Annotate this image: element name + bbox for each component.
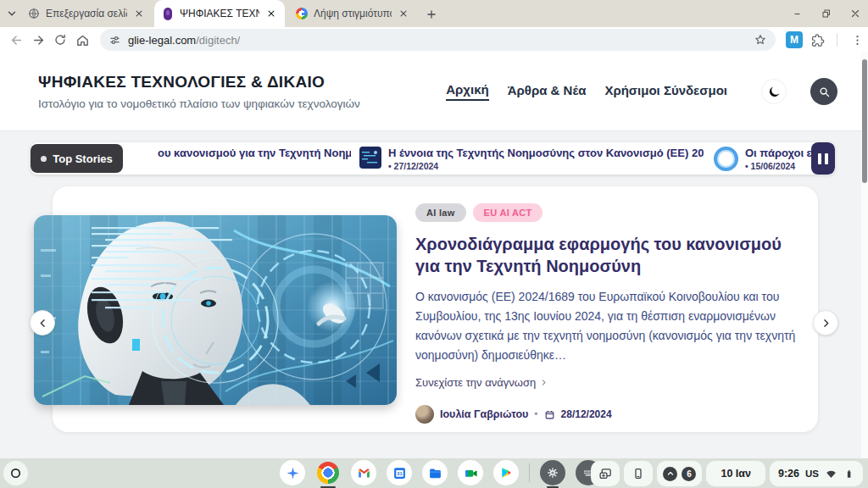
read-more-link[interactable]: Συνεχίστε την ανάγνωση — [415, 376, 810, 389]
calendar-icon — [544, 409, 555, 420]
kebab-menu-icon — [851, 34, 864, 47]
ticker-item-date: 27/12/2024 — [388, 161, 704, 171]
top-stories-label: Top Stories — [53, 152, 113, 165]
app-chrome[interactable] — [315, 460, 341, 485]
ticker-pause-button[interactable] — [811, 142, 835, 175]
author-avatar[interactable] — [415, 405, 434, 424]
chromeos-screen: Επεξεργασία σελίδας “Δείτε Ε ΨΗΦΙΑΚΕΣ ΤΕ… — [0, 0, 868, 488]
back-icon — [9, 33, 24, 47]
assistant-sparkle-icon — [286, 466, 300, 480]
calendar-app-icon: 31 — [392, 466, 407, 480]
browser-tab-strip: Επεξεργασία σελίδας “Δείτε Ε ΨΗΦΙΑΚΕΣ ΤΕ… — [0, 0, 868, 27]
forward-button[interactable] — [27, 29, 49, 51]
ticker-item[interactable]: Η έννοια της Τεχνητής Νοημοσύνης στον Κα… — [359, 147, 704, 171]
chromeos-shelf: 31 — [0, 458, 868, 488]
close-window-button[interactable] — [848, 6, 863, 21]
article-hero-image[interactable] — [34, 215, 397, 405]
author-name[interactable]: Ιουλία Γαβριώτου — [440, 408, 528, 420]
pause-icon — [818, 153, 821, 164]
site-info-icon[interactable] — [108, 34, 121, 47]
close-icon — [850, 8, 860, 19]
tab-edit-page[interactable]: Επεξεργασία σελίδας “Δείτε Ε — [20, 0, 153, 27]
site-favicon — [161, 7, 175, 20]
home-button[interactable] — [71, 29, 93, 51]
site-search-button[interactable] — [810, 78, 837, 105]
tab-active-digitech[interactable]: ΨΗΦΙΑΚΕΣ ΤΕΧΝΟΛΟΓΙΕΣ & ΔΙ — [154, 0, 285, 27]
ticker-item-title: Η έννοια της Τεχνητής Νοημοσύνης στον Κα… — [388, 147, 704, 159]
restore-icon — [821, 8, 832, 19]
meta-separator: • — [534, 408, 537, 420]
ticker-item[interactable]: ου κανονισμού για την Τεχνητή Νοημοσύνη — [158, 147, 351, 159]
phone-hub-icon — [632, 467, 645, 480]
app-assistant[interactable] — [280, 460, 305, 485]
reload-button[interactable] — [49, 29, 71, 51]
back-button[interactable] — [5, 29, 27, 51]
minimize-button[interactable] — [790, 6, 805, 21]
carousel-prev-button[interactable] — [30, 310, 55, 336]
tab-title: Επεξεργασία σελίδας “Δείτε Ε — [46, 8, 127, 19]
close-icon[interactable] — [264, 7, 278, 20]
close-icon[interactable] — [397, 7, 410, 20]
tag-ai-law[interactable]: AI law — [415, 203, 466, 222]
browser-menu-button[interactable] — [846, 29, 868, 51]
tab-screenshot-help[interactable]: Λήψη στιγμιότυπου οθόνης ή — [288, 0, 417, 27]
tab-list-caret-button[interactable] — [3, 5, 20, 22]
nav-link-articles[interactable]: Άρθρα & Νέα — [508, 83, 587, 100]
tag-eu-ai-act[interactable]: EU AI ACT — [473, 203, 543, 222]
dark-mode-moon-icon — [767, 85, 782, 99]
status-area-button[interactable]: 9:26 US — [770, 461, 863, 486]
carousel-next-button[interactable] — [813, 310, 838, 336]
tab-title: ΨΗΦΙΑΚΕΣ ΤΕΧΝΟΛΟΓΙΕΣ & ΔΙ — [180, 8, 259, 19]
extensions-puzzle-icon — [810, 33, 825, 47]
bookmark-star-icon[interactable] — [754, 33, 767, 47]
nav-link-home[interactable]: Αρχική — [446, 82, 488, 101]
new-tab-button[interactable] — [422, 5, 441, 24]
reload-icon — [53, 33, 67, 47]
update-arrow-icon — [666, 469, 675, 478]
ticker-item-title: ου κανονισμού για την Τεχνητή Νοημοσύνη — [158, 147, 351, 159]
app-files[interactable] — [422, 460, 448, 485]
app-settings[interactable] — [540, 460, 565, 485]
screen-capture-icon — [598, 467, 613, 481]
read-more-label: Συνεχίστε την ανάγνωση — [415, 376, 536, 389]
app-play-store[interactable] — [493, 460, 519, 485]
phone-hub-button[interactable] — [624, 461, 653, 486]
extensions-button[interactable] — [806, 29, 828, 51]
chrome-icon — [317, 462, 339, 484]
app-calendar[interactable]: 31 — [387, 460, 412, 485]
article-title[interactable]: Χρονοδιάγραμμα εφαρμογής του κανονισμού … — [415, 233, 810, 277]
svg-text:31: 31 — [397, 470, 402, 475]
top-stories-badge: Top Stories — [31, 144, 123, 173]
m-extension-icon[interactable]: M — [786, 31, 803, 48]
app-gmail[interactable] — [351, 460, 376, 485]
nav-link-links[interactable]: Χρήσιμοι Σύνδεσμοι — [604, 83, 727, 100]
page-scrollbar — [861, 53, 868, 458]
scrollbar-thumb[interactable] — [862, 59, 867, 183]
site-header: ΨΗΦΙΑΚΕΣ ΤΕΧΝΟΛΟΓΙΕΣ & ΔΙΚΑΙΟ Ιστολόγιο … — [0, 53, 868, 131]
app-meet[interactable] — [458, 460, 483, 485]
site-tagline: Ιστολόγιο για το νομοθετικό πλαίσιο των … — [38, 97, 360, 110]
dark-mode-toggle-button[interactable] — [761, 79, 787, 104]
home-icon — [75, 33, 90, 47]
article-tags: AI law EU AI ACT — [415, 203, 810, 222]
files-icon — [428, 466, 442, 480]
site-brand[interactable]: ΨΗΦΙΑΚΕΣ ΤΕΧΝΟΛΟΓΙΕΣ & ΔΙΚΑΙΟ Ιστολόγιο … — [38, 73, 360, 110]
calendar-date-button[interactable]: 10 Ιαν — [706, 461, 765, 486]
close-icon[interactable] — [132, 7, 146, 20]
notifications-pill[interactable]: 6 — [657, 461, 702, 486]
url-text[interactable]: glie-legal.com/digitech/ — [128, 34, 747, 47]
address-bar[interactable]: glie-legal.com/digitech/ — [100, 29, 776, 51]
top-stories-ticker: Top Stories ου κανονισμού για την Τεχνητ… — [31, 142, 835, 175]
launcher-button[interactable] — [3, 461, 28, 485]
screen-capture-button[interactable] — [591, 461, 620, 486]
wifi-icon — [825, 468, 837, 480]
search-icon — [818, 86, 831, 98]
google-g-icon — [295, 7, 309, 20]
meet-icon — [464, 466, 478, 480]
launcher-icon — [9, 467, 22, 480]
restore-button[interactable] — [819, 6, 834, 21]
notification-counter: 6 — [682, 467, 696, 481]
main-nav: Αρχική Άρθρα & Νέα Χρήσιμοι Σύνδεσμοι — [446, 78, 837, 105]
forward-icon — [31, 33, 46, 47]
window-controls — [790, 0, 863, 27]
